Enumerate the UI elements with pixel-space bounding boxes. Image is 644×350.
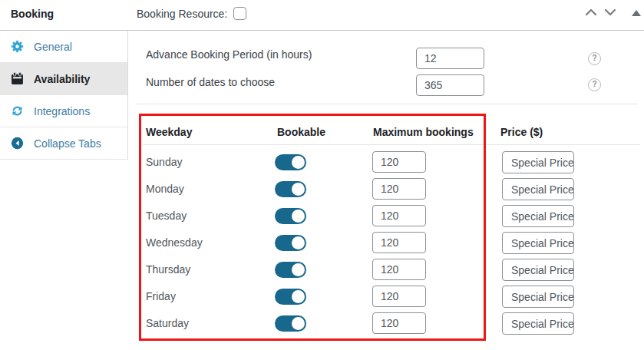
sidebar-item-availability[interactable]: Availability [0,63,127,95]
weekday-label: Tuesday [146,210,187,222]
special-price-button[interactable]: Special Price [502,178,574,200]
special-price-button[interactable]: Special Price [502,151,574,173]
toggle-knob [292,317,305,330]
advance-booking-period-input[interactable] [416,48,484,69]
calendar-icon [11,72,24,85]
max-bookings-input[interactable] [372,151,426,173]
chevron-up-icon[interactable] [585,8,597,16]
panel-title: Booking [11,8,54,20]
column-header-price: Price ($) [500,126,543,138]
section-divider [137,104,637,104]
table-header-divider [143,144,640,145]
weekday-row: Sunday Special Price [0,149,644,176]
number-of-dates-label: Number of dates to choose [146,76,275,88]
chevron-down-icon[interactable] [604,8,616,16]
special-price-button[interactable]: Special Price [502,205,574,227]
max-bookings-input[interactable] [372,286,426,307]
weekday-label: Wednesday [146,236,203,249]
weekday-row: Saturday Special Price [0,310,644,337]
sync-icon [11,104,24,117]
collapse-icon [11,137,24,150]
weekday-row: Thursday Special Price [0,256,644,283]
sidebar-item-label: Collapse Tabs [34,137,101,150]
max-bookings-input[interactable] [372,312,426,334]
column-header-bookable: Bookable [277,126,325,138]
gear-icon [11,40,24,53]
column-header-weekday: Weekday [146,126,192,138]
triangle-up-icon[interactable] [632,10,641,16]
panel-header: Booking Booking Resource: [0,0,644,31]
booking-resource-field: Booking Resource: [137,7,246,20]
booking-settings-panel: Booking Booking Resource: [0,0,644,350]
column-header-max-bookings: Maximum bookings [373,126,474,138]
settings-sidebar: General Availability Integrations [0,31,128,160]
sidebar-item-label: General [34,41,72,53]
special-price-button[interactable]: Special Price [502,312,574,335]
bookable-toggle[interactable] [275,315,306,332]
weekday-label: Friday [146,290,176,302]
toggle-knob [292,290,305,303]
max-bookings-input[interactable] [372,178,426,200]
panel-order-controls [585,8,616,16]
special-price-button[interactable]: Special Price [502,259,574,281]
advance-booking-period-label: Advance Booking Period (in hours) [146,48,312,61]
max-bookings-input[interactable] [372,259,426,280]
weekday-row: Tuesday Special Price [0,203,644,229]
weekday-row: Wednesday Special Price [0,229,644,256]
toggle-knob [292,263,305,276]
bookable-toggle[interactable] [275,208,306,224]
help-icon[interactable]: ? [588,52,601,65]
weekday-label: Monday [146,183,184,195]
sidebar-item-integrations[interactable]: Integrations [0,95,127,127]
number-of-dates-input[interactable] [416,74,484,96]
toggle-knob [292,236,305,249]
bookable-toggle[interactable] [275,289,306,305]
bookable-toggle[interactable] [275,154,306,170]
special-price-button[interactable]: Special Price [502,286,574,308]
sidebar-item-label: Integrations [34,105,90,117]
weekday-label: Thursday [146,263,190,276]
help-icon[interactable]: ? [588,78,601,91]
bookable-toggle[interactable] [275,181,306,197]
toggle-knob [292,156,305,169]
bookable-toggle[interactable] [275,262,306,278]
weekday-row: Monday Special Price [0,176,644,203]
sidebar-item-label: Availability [34,73,90,85]
weekday-rows: Sunday Special Price Monday Special Pric… [0,149,644,337]
weekday-label: Saturday [146,317,189,329]
bookable-toggle[interactable] [275,235,306,251]
toggle-knob [292,183,305,196]
sidebar-item-general[interactable]: General [0,31,127,63]
special-price-button[interactable]: Special Price [502,232,574,254]
weekday-row: Friday Special Price [0,283,644,310]
booking-resource-label: Booking Resource: [137,8,227,20]
max-bookings-input[interactable] [372,232,426,253]
max-bookings-input[interactable] [372,205,426,226]
weekday-label: Sunday [146,156,182,168]
booking-resource-checkbox[interactable] [233,7,246,20]
toggle-knob [292,210,305,223]
